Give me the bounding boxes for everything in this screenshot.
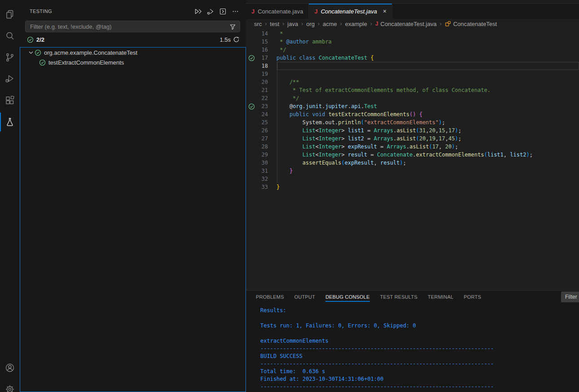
search-icon[interactable] xyxy=(0,25,20,47)
code-line[interactable]: 33} xyxy=(246,183,579,191)
pass-check-icon xyxy=(35,49,41,56)
code-text: public void testExtractCommonElements() … xyxy=(276,111,422,118)
line-number: 25 xyxy=(246,119,268,126)
tab-label: ConcatenateTest.java xyxy=(321,8,377,15)
code-line[interactable]: 18 xyxy=(246,62,579,70)
sidebar-header: TESTING xyxy=(20,5,246,17)
chevron-down-icon[interactable] xyxy=(28,49,34,56)
debug-console-output: Results: Tests run: 1, Failures: 0, Erro… xyxy=(246,303,579,392)
run-all-icon[interactable] xyxy=(193,6,202,16)
line-number: 28 xyxy=(246,144,268,150)
panel-tab-output[interactable]: OUTPUT xyxy=(294,291,315,303)
code-text: */ xyxy=(276,95,299,101)
code-line[interactable]: 14 * xyxy=(246,30,579,38)
testing-icon[interactable] xyxy=(0,111,20,133)
console-line: Results: xyxy=(260,307,579,315)
code-text: @org.junit.jupiter.api.Test xyxy=(276,103,377,109)
breadcrumb-item[interactable]: acme xyxy=(323,21,337,27)
tab-label: Concatenate.java xyxy=(258,8,303,15)
console-line: Finished at: 2023-10-30T14:31:06+01:00 xyxy=(260,376,579,383)
test-filter-input[interactable]: Filter (e.g. text, !exclude, @tag) xyxy=(25,21,240,32)
editor-tab[interactable]: JConcatenateTest.java× xyxy=(309,4,392,19)
breadcrumb-item[interactable]: ConcatenateTest xyxy=(445,21,497,27)
console-line: Total time: 0.636 s xyxy=(260,368,579,376)
filter-funnel-icon[interactable] xyxy=(229,23,236,30)
code-line[interactable]: 25 System.out.println("extractCommonElem… xyxy=(246,118,579,126)
test-label: testExtractCommonElements xyxy=(48,59,124,66)
line-number: 18 xyxy=(246,63,268,69)
code-line[interactable]: 21 * Test of extractCommonElements metho… xyxy=(246,86,579,94)
code-text: public class ConcatenateTest { xyxy=(276,55,374,61)
settings-gear-icon[interactable] xyxy=(0,379,20,392)
code-text: List<Integer> result = Concatenate.extra… xyxy=(276,152,533,158)
code-line[interactable]: 29 List<Integer> result = Concatenate.ex… xyxy=(246,151,579,159)
panel-tab-problems[interactable]: PROBLEMS xyxy=(256,291,284,303)
code-text: System.out.println("extractCommonElement… xyxy=(276,119,445,126)
account-icon[interactable] xyxy=(0,357,20,379)
console-filter-placeholder: Filter xyxy=(565,294,577,300)
code-line[interactable]: 19 xyxy=(246,70,579,78)
code-line[interactable]: 32 xyxy=(246,175,579,183)
breadcrumb-item[interactable]: src xyxy=(254,21,262,27)
code-line[interactable]: 16 */ xyxy=(246,46,579,54)
java-file-icon: J xyxy=(314,8,317,15)
pass-check-icon xyxy=(248,103,255,110)
test-pass-gutter-icon[interactable] xyxy=(248,103,254,109)
code-line[interactable]: 24 public void testExtractCommonElements… xyxy=(246,110,579,118)
debug-all-icon[interactable] xyxy=(205,6,215,16)
editor-tab[interactable]: JConcatenate.java xyxy=(246,4,309,19)
line-number: 26 xyxy=(246,127,268,134)
code-editor[interactable]: 14 *15 * @author ammbra16 */17public cla… xyxy=(246,29,579,290)
console-line: ----------------------------------------… xyxy=(260,361,579,368)
activity-bar xyxy=(0,0,20,392)
code-line[interactable]: 27 List<Integer> list2 = Arrays.asList(2… xyxy=(246,135,579,143)
code-line[interactable]: 31 } xyxy=(246,167,579,175)
breadcrumb-item[interactable]: example xyxy=(345,21,367,27)
panel-tab-debug-console[interactable]: DEBUG CONSOLE xyxy=(325,291,370,303)
vscode-window: TESTING Filter (e.g. text, !exclude, @ta… xyxy=(0,0,579,392)
console-line: Tests run: 1, Failures: 0, Errors: 0, Sk… xyxy=(260,322,579,330)
panel-tabs: PROBLEMSOUTPUTDEBUG CONSOLETEST RESULTST… xyxy=(246,291,579,303)
test-tree-item[interactable]: org.acme.example.ConcatenateTest xyxy=(20,48,246,57)
breadcrumb-item[interactable]: test xyxy=(270,21,279,27)
explorer-icon[interactable] xyxy=(0,4,20,25)
code-text: List<Integer> list1 = Arrays.asList(31,2… xyxy=(276,127,461,134)
console-line xyxy=(260,330,579,338)
open-results-icon[interactable] xyxy=(218,6,228,16)
java-file-icon: J xyxy=(251,8,254,15)
console-line: extractCommonElements xyxy=(260,338,579,345)
refresh-icon[interactable] xyxy=(233,36,240,43)
breadcrumb-item[interactable]: org xyxy=(306,21,315,27)
code-line[interactable]: 26 List<Integer> list1 = Arrays.asList(3… xyxy=(246,126,579,135)
code-line[interactable]: 17public class ConcatenateTest { xyxy=(246,54,579,62)
line-number: 21 xyxy=(246,87,268,93)
console-line: ----------------------------------------… xyxy=(260,345,579,353)
code-line[interactable]: 20 /** xyxy=(246,78,579,86)
breadcrumb-item[interactable]: JConcatenateTest.java xyxy=(375,21,437,27)
code-line[interactable]: 22 */ xyxy=(246,94,579,102)
breadcrumb-item[interactable]: java xyxy=(287,21,298,27)
code-line[interactable]: 28 List<Integer> expResult = Arrays.asLi… xyxy=(246,143,579,151)
code-text: /** xyxy=(276,79,299,85)
source-control-icon[interactable] xyxy=(0,47,20,68)
panel-tab-test-results[interactable]: TEST RESULTS xyxy=(380,291,417,303)
breadcrumb-separator: › xyxy=(370,21,372,27)
code-line[interactable]: 15 * @author ammbra xyxy=(246,38,579,46)
breadcrumb-separator: › xyxy=(282,21,284,27)
test-pass-gutter-icon[interactable] xyxy=(248,55,254,61)
more-actions-icon[interactable] xyxy=(230,6,240,16)
code-text: * Test of extractCommonElements method, … xyxy=(276,87,491,93)
code-line[interactable]: 23 @org.junit.jupiter.api.Test xyxy=(246,102,579,110)
test-tree-item[interactable]: testExtractCommonElements xyxy=(20,57,246,67)
extensions-icon[interactable] xyxy=(0,90,20,111)
code-line[interactable]: 30 assertEquals(expResult, result); xyxy=(246,159,579,167)
testing-sidebar: TESTING Filter (e.g. text, !exclude, @ta… xyxy=(20,0,246,392)
code-text: } xyxy=(276,184,280,190)
run-debug-icon[interactable] xyxy=(0,68,20,90)
close-icon[interactable]: × xyxy=(383,8,386,15)
panel-tab-ports[interactable]: PORTS xyxy=(464,291,481,303)
panel-tab-terminal[interactable]: TERMINAL xyxy=(428,291,453,303)
console-filter-input[interactable]: Filter xyxy=(561,292,579,302)
code-text: List<Integer> list2 = Arrays.asList(20,1… xyxy=(276,135,461,142)
console-line: ----------------------------------------… xyxy=(260,383,579,391)
